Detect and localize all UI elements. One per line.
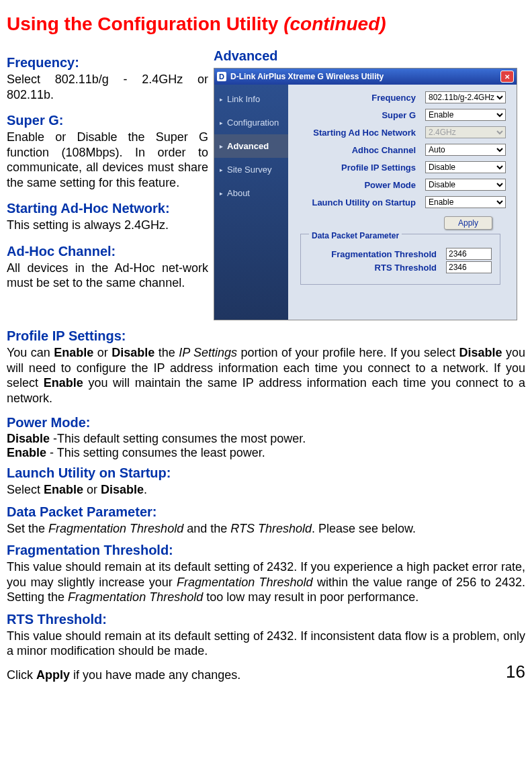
adhocnet-heading: Starting Ad-Hoc Network: [7, 201, 208, 216]
apply-button[interactable]: Apply [444, 216, 492, 230]
rts-threshold-input[interactable] [446, 261, 492, 273]
power-body-1: Disable -This default setting consumes t… [7, 432, 525, 446]
launch-label: Launch Utility on Startup [312, 197, 416, 208]
rts-heading: RTS Threshold: [7, 612, 525, 627]
superg-label: Super G [382, 110, 416, 120]
page-title-main: Using the Configuration Utility [7, 13, 283, 34]
powermode-label: Power Mode [364, 180, 416, 190]
utility-window: D D-Link AirPlus Xtreme G Wireless Utili… [214, 68, 517, 320]
rts-threshold-label: RTS Threshold [375, 263, 437, 273]
nav-about[interactable]: About [214, 181, 288, 205]
left-column: Frequency: Select 802.11b/g - 2.4GHz or … [7, 48, 214, 291]
app-icon: D [217, 72, 226, 81]
superg-heading: Super G: [7, 113, 208, 128]
frag-threshold-input[interactable] [446, 248, 492, 260]
window-title: D-Link AirPlus Xtreme G Wireless Utility [230, 72, 384, 81]
titlebar: D D-Link AirPlus Xtreme G Wireless Utili… [214, 69, 517, 85]
adhocch-select[interactable]: Auto [425, 144, 506, 156]
profileip-select[interactable]: Disable [425, 161, 506, 173]
sidebar: Link Info Configuration Advanced Site Su… [214, 85, 288, 320]
page-title: Using the Configuration Utility (continu… [7, 13, 525, 35]
adhocch-heading: Ad-Hoc Channel: [7, 244, 208, 259]
advanced-label: Advanced [214, 48, 525, 64]
powermode-select[interactable]: Disable [425, 179, 506, 191]
frag-body: This value should remain at its default … [7, 559, 525, 605]
frag-threshold-label: Fragmentation Threshold [331, 249, 437, 259]
rts-body: This value should remain at its default … [7, 629, 525, 659]
power-body-2: Enable - This setting consumes the least… [7, 446, 525, 460]
data-packet-fieldset: Data Packet Parameter Fragmentation Thre… [300, 234, 500, 285]
startadhoc-select: 2.4GHz [425, 126, 506, 138]
frequency-select[interactable]: 802.11b/g-2.4GHz [425, 91, 506, 103]
power-heading: Power Mode: [7, 415, 525, 430]
nav-configuration[interactable]: Configuration [214, 111, 288, 134]
page-number: 16 [506, 662, 525, 682]
nav-link-info[interactable]: Link Info [214, 87, 288, 111]
click-apply-text: Click Apply if you have made any changes… [7, 668, 240, 682]
freq-heading: Frequency: [7, 55, 208, 71]
superg-body: Enable or Disable the Super G function (… [7, 130, 208, 190]
startadhoc-label: Starting Ad Hoc Network [313, 128, 416, 138]
nav-site-survey[interactable]: Site Survey [214, 158, 288, 181]
profileip-label: Profile IP Settings [341, 163, 416, 173]
dpp-body: Set the Fragmentation Threshold and the … [7, 521, 525, 537]
profileip-body: You can Enable or Disable the IP Setting… [7, 345, 525, 406]
fieldset-legend: Data Packet Parameter [309, 231, 402, 240]
profileip-heading: Profile IP Settings: [7, 328, 525, 344]
freq-body: Select 802.11b/g - 2.4GHz or 802.11b. [7, 72, 208, 102]
nav-advanced[interactable]: Advanced [214, 134, 288, 158]
frequency-label: Frequency [371, 93, 416, 103]
launch-body: Select Enable or Disable. [7, 482, 525, 498]
close-icon[interactable]: ✕ [500, 71, 514, 83]
adhocch-body: All devices in the Ad-Hoc net-work must … [7, 261, 208, 291]
superg-select[interactable]: Enable [425, 109, 506, 121]
settings-pane: Frequency 802.11b/g-2.4GHz Super G Enabl… [288, 85, 517, 320]
right-column: Advanced D D-Link AirPlus Xtreme G Wirel… [214, 48, 525, 320]
page-title-cont: (continued) [283, 13, 386, 34]
adhocnet-body: This setting is always 2.4GHz. [7, 218, 208, 233]
launch-heading: Launch Utility on Startup: [7, 465, 525, 481]
launch-select[interactable]: Enable [425, 196, 506, 208]
dpp-heading: Data Packet Parameter: [7, 504, 525, 520]
adhocch-label: Adhoc Channel [352, 145, 416, 155]
frag-heading: Fragmentation Threshold: [7, 543, 525, 558]
